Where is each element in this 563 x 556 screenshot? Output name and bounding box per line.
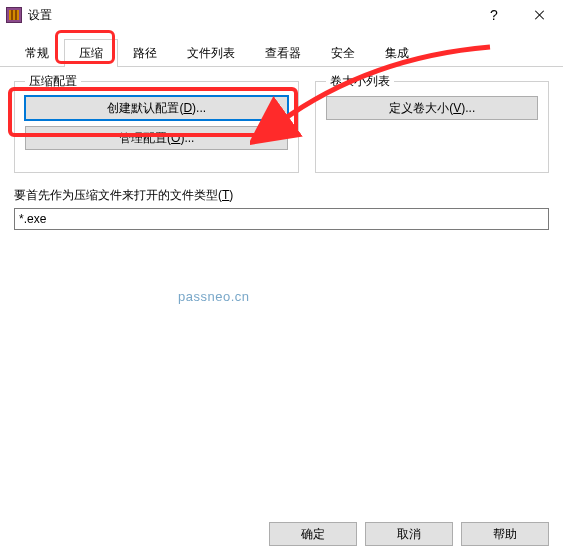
group-compress-profiles: 压缩配置 创建默认配置(D)... 管理配置(O)... xyxy=(14,81,299,173)
help-button[interactable]: 帮助 xyxy=(461,522,549,546)
help-icon xyxy=(490,7,498,23)
button-label: 取消 xyxy=(397,526,421,543)
cancel-button[interactable]: 取消 xyxy=(365,522,453,546)
button-label: 确定 xyxy=(301,526,325,543)
button-label: 定义卷大小(V)... xyxy=(389,100,475,117)
tab-viewer[interactable]: 查看器 xyxy=(250,39,316,67)
window-title: 设置 xyxy=(28,7,471,24)
filetype-label: 要首先作为压缩文件来打开的文件类型(T) xyxy=(14,187,549,204)
ok-button[interactable]: 确定 xyxy=(269,522,357,546)
tab-security[interactable]: 安全 xyxy=(316,39,370,67)
app-icon xyxy=(6,7,22,23)
tab-general[interactable]: 常规 xyxy=(10,39,64,67)
define-volume-size-button[interactable]: 定义卷大小(V)... xyxy=(326,96,538,120)
watermark-text: passneo.cn xyxy=(178,289,250,304)
title-bar: 设置 xyxy=(0,0,563,30)
button-label: 管理配置(O)... xyxy=(119,130,194,147)
group-volume-legend: 卷大小列表 xyxy=(326,73,394,90)
filetype-input[interactable] xyxy=(14,208,549,230)
group-volume-sizes: 卷大小列表 定义卷大小(V)... xyxy=(315,81,549,173)
tab-filelist[interactable]: 文件列表 xyxy=(172,39,250,67)
tab-integration[interactable]: 集成 xyxy=(370,39,424,67)
tab-strip: 常规 压缩 路径 文件列表 查看器 安全 集成 xyxy=(0,30,563,67)
dialog-footer: 确定 取消 帮助 xyxy=(269,522,549,546)
button-label: 创建默认配置(D)... xyxy=(107,100,206,117)
group-compress-legend: 压缩配置 xyxy=(25,73,81,90)
tab-panel-compression: 压缩配置 创建默认配置(D)... 管理配置(O)... 卷大小列表 定义卷大小… xyxy=(0,67,563,513)
close-button[interactable] xyxy=(517,0,563,30)
help-button[interactable] xyxy=(471,0,517,30)
button-label: 帮助 xyxy=(493,526,517,543)
manage-profiles-button[interactable]: 管理配置(O)... xyxy=(25,126,288,150)
create-default-profile-button[interactable]: 创建默认配置(D)... xyxy=(25,96,288,120)
tab-paths[interactable]: 路径 xyxy=(118,39,172,67)
close-icon xyxy=(535,10,545,20)
tab-compression[interactable]: 压缩 xyxy=(64,39,118,67)
